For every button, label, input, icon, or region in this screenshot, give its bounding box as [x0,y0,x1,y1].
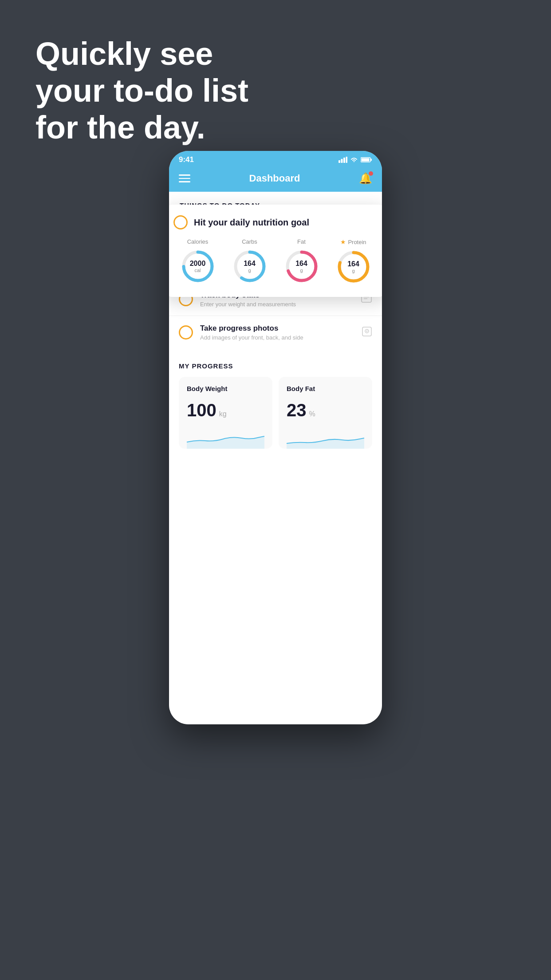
fat-item: Fat 164 g [284,238,319,285]
svg-rect-6 [362,158,370,162]
fat-circle: 164 g [284,249,319,284]
todo-item-photos[interactable]: Take progress photos Add images of your … [169,316,382,349]
svg-rect-3 [346,157,348,163]
notification-bell-icon[interactable]: 🔔 [359,172,372,185]
calories-item: Calories 2000 cal [180,238,216,285]
app-content: THINGS TO DO TODAY Hit your daily nutrit… [169,192,382,724]
protein-circle: 164 g [336,249,371,285]
nutrition-checkbox[interactable] [173,215,188,229]
hamburger-menu-icon[interactable] [179,174,190,182]
carbs-item: Carbs 164 g [232,238,268,285]
body-weight-title: Body Weight [187,385,264,392]
progress-section: MY PROGRESS Body Weight 100 kg B [169,349,382,449]
photos-subtitle: Add images of your front, back, and side [200,334,354,341]
fat-unit: g [295,268,307,273]
notification-badge [369,171,373,176]
star-icon: ★ [340,238,346,245]
carbs-circle: 164 g [232,249,268,284]
body-weight-unit: kg [219,410,227,418]
wifi-icon [350,157,358,163]
navbar-title: Dashboard [249,173,300,184]
progress-cards-row: Body Weight 100 kg Body Fat 23 % [179,377,372,449]
svg-point-20 [366,330,368,332]
app-navbar: Dashboard 🔔 [169,167,382,192]
fat-label: Fat [297,238,306,245]
body-fat-card: Body Fat 23 % [279,377,372,449]
body-fat-title: Body Fat [287,385,364,392]
body-weight-sparkline [187,427,264,449]
protein-item: ★ Protein 164 g [336,238,371,285]
protein-label: ★ Protein [340,238,366,245]
status-bar: 9:41 [169,151,382,167]
nutrition-card: Hit your daily nutrition goal Calories [169,205,382,297]
body-stats-subtitle: Enter your weight and measurements [200,301,354,308]
svg-rect-2 [343,158,345,163]
battery-icon [361,157,372,163]
calories-circle: 2000 cal [180,249,216,284]
nutrition-items-row: Calories 2000 cal [173,238,378,285]
carbs-unit: g [244,268,256,273]
body-weight-card: Body Weight 100 kg [179,377,272,449]
body-fat-unit: % [309,410,315,418]
protein-value: 164 [347,260,359,268]
body-weight-value: 100 [187,400,216,420]
svg-rect-5 [370,159,372,161]
progress-header: MY PROGRESS [179,362,372,370]
photos-text: Take progress photos Add images of your … [200,324,354,341]
protein-unit: g [347,268,359,273]
nutrition-card-title: Hit your daily nutrition goal [194,217,309,228]
svg-rect-0 [338,160,340,163]
hero-heading: Quickly see your to-do list for the day. [35,36,248,146]
photos-title: Take progress photos [200,324,354,333]
carbs-value: 164 [244,260,256,268]
calories-unit: cal [190,268,206,273]
body-fat-sparkline [287,427,364,449]
calories-value: 2000 [190,260,206,268]
carbs-label: Carbs [242,238,257,245]
status-icons [338,157,372,163]
status-time: 9:41 [179,155,194,164]
fat-value: 164 [295,260,307,268]
svg-rect-1 [341,159,343,163]
photos-icon [362,326,372,339]
phone-mockup: 9:41 D [169,151,382,724]
body-fat-value: 23 [287,400,307,420]
photos-checkbox[interactable] [179,325,193,340]
calories-label: Calories [187,238,209,245]
signal-icon [338,157,347,163]
